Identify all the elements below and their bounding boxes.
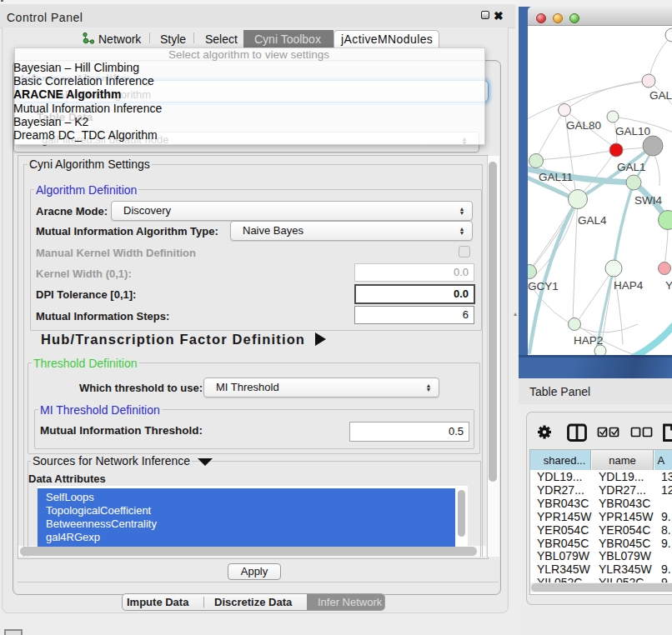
- svg-text:GAL: GAL: [649, 89, 672, 102]
- svg-text:GAL1: GAL1: [617, 161, 646, 173]
- svg-text:GCY1: GCY1: [528, 280, 559, 292]
- svg-text:SWI4: SWI4: [634, 194, 662, 207]
- svg-text:GAL11: GAL11: [539, 171, 573, 183]
- svg-text:HAP4: HAP4: [614, 279, 644, 292]
- svg-text:GAL10: GAL10: [615, 125, 650, 138]
- svg-text:Y: Y: [665, 279, 672, 292]
- svg-text:GAL80: GAL80: [566, 119, 601, 132]
- svg-text:GAL4: GAL4: [578, 214, 607, 227]
- svg-text:HAP2: HAP2: [574, 334, 603, 347]
